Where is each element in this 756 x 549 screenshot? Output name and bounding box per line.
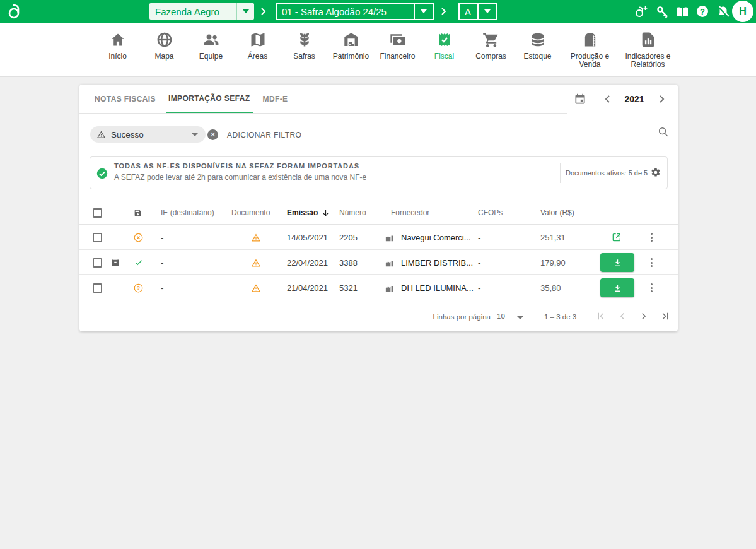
aegro-plus-icon[interactable] [634, 5, 649, 19]
sefaz-import-card: NOTAS FISCAIS IMPORTAÇÃO SEFAZ MDF-E 202… [79, 85, 678, 331]
nav-item-mapa[interactable]: Mapa [141, 31, 188, 76]
column-header-fornecedor[interactable]: Fornecedor [391, 201, 429, 225]
open-document-icon[interactable] [612, 232, 622, 242]
prev-page-icon[interactable] [617, 310, 628, 322]
pagination: Linhas por página 10 1 – 3 de 3 [79, 300, 678, 331]
gear-icon[interactable] [651, 167, 661, 177]
farm-selector[interactable]: Fazenda Aegro [149, 3, 254, 20]
row-menu-button[interactable] [651, 225, 653, 250]
season-selector[interactable]: 01 - Safra Algodão 24/25 [276, 3, 434, 20]
topbar: Fazenda Aegro 01 - Safra Algodão 24/25 A… [0, 0, 756, 23]
nav-item-areas[interactable]: Áreas [235, 31, 281, 76]
nav-item-equipe[interactable]: Equipe [188, 31, 235, 76]
success-check-icon [96, 168, 108, 179]
row-menu-button[interactable] [651, 275, 653, 300]
chevron-down-icon[interactable] [421, 9, 427, 13]
tab-importacao-sefaz[interactable]: IMPORTAÇÃO SEFAZ [166, 85, 253, 113]
cell-valor: 35,80 [540, 275, 561, 300]
nav-item-producao-venda[interactable]: Produção e Venda [561, 31, 619, 76]
year-prev-icon[interactable] [604, 95, 612, 103]
column-header-ie[interactable]: IE (destinatário) [161, 201, 214, 225]
nav-item-financeiro[interactable]: Financeiro [375, 31, 421, 76]
last-page-icon[interactable] [660, 310, 671, 322]
next-page-icon[interactable] [638, 310, 649, 322]
nav-label: Áreas [248, 52, 267, 61]
aegro-logo-icon[interactable] [6, 3, 24, 20]
cell-fornecedor: Navegui Comerci... [401, 225, 471, 250]
breadcrumb-separator-icon [259, 7, 267, 16]
book-icon[interactable] [675, 5, 690, 19]
document-warning-icon [251, 233, 261, 242]
pending-status-icon: ? [134, 283, 143, 293]
building-icon [385, 233, 394, 242]
column-header-documento[interactable]: Documento [231, 201, 270, 225]
cell-ie: - [161, 225, 163, 250]
row-checkbox[interactable] [93, 225, 102, 250]
row-checkbox[interactable] [93, 250, 102, 275]
save-icon [134, 209, 142, 217]
nav-item-fiscal[interactable]: Fiscal [421, 31, 468, 76]
row-checkbox[interactable] [93, 275, 102, 300]
avatar[interactable]: H [732, 1, 753, 22]
help-icon[interactable]: ? [696, 5, 709, 18]
nav-item-compras[interactable]: Compras [468, 31, 515, 76]
nav-label: Equipe [199, 52, 223, 61]
filter-chip-label: Sucesso [111, 130, 192, 139]
notifications-off-icon[interactable] [716, 5, 730, 19]
tabs: NOTAS FISCAIS IMPORTAÇÃO SEFAZ MDF-E [79, 85, 567, 114]
year-next-icon[interactable] [658, 95, 665, 103]
filter-clear-button[interactable]: ✕ [207, 129, 218, 140]
table-row[interactable]: ? - 21/04/2021 5321 DH LED ILUMINA... - … [79, 275, 678, 300]
filter-chip-sucesso[interactable]: Sucesso [90, 126, 206, 143]
key-icon[interactable] [656, 5, 670, 19]
calendar-icon[interactable] [574, 93, 586, 105]
column-header-cfops[interactable]: CFOPs [478, 201, 503, 225]
nav-label: Compras [475, 52, 506, 61]
nav-item-patrimonio[interactable]: Patrimônio [328, 31, 375, 76]
field-selector[interactable]: A [458, 3, 497, 20]
banner-title: TODAS AS NF-ES DISPONÍVEIS NA SEFAZ FORA… [114, 162, 359, 170]
nav-item-safras[interactable]: Safras [281, 31, 328, 76]
sort-desc-icon [322, 209, 330, 217]
chevron-down-icon[interactable] [517, 316, 523, 319]
cell-cfops: - [478, 275, 480, 300]
table-row[interactable]: - 22/04/2021 3388 LIMBER DISTRIB... - 17… [79, 250, 678, 275]
add-filter-button[interactable]: ADICIONAR FILTRO [227, 131, 301, 139]
warning-icon [96, 130, 106, 139]
svg-text:?: ? [137, 285, 140, 291]
tab-notas-fiscais[interactable]: NOTAS FISCAIS [92, 85, 158, 113]
document-warning-icon [251, 283, 261, 293]
table-row[interactable]: - 14/05/2021 2205 Navegui Comerci... - 2… [79, 225, 678, 250]
nav-item-indicadores[interactable]: Indicadores e Relatórios [619, 31, 677, 76]
column-header-emissao[interactable]: Emissão [287, 201, 330, 225]
download-button[interactable] [600, 278, 634, 297]
search-icon[interactable] [658, 126, 669, 138]
nav-label: Financeiro [380, 52, 415, 61]
nav-label: Fiscal [434, 52, 454, 61]
download-button[interactable] [600, 253, 634, 272]
cell-cfops: - [478, 250, 480, 275]
chevron-down-icon[interactable] [484, 9, 491, 13]
nav-label: Safras [293, 52, 315, 61]
breadcrumb-separator-icon [439, 7, 447, 16]
rows-per-page-select[interactable]: 10 [497, 312, 505, 320]
year-label: 2021 [619, 94, 649, 104]
nav-item-inicio[interactable]: Início [95, 31, 141, 76]
divider [560, 163, 561, 183]
select-all-checkbox[interactable] [93, 201, 102, 225]
nav-label: Estoque [523, 52, 551, 61]
column-header-numero[interactable]: Número [339, 201, 366, 225]
documents-active-label: Documentos ativos: 5 de 5 [566, 169, 648, 177]
first-page-icon[interactable] [595, 310, 607, 322]
column-header-valor[interactable]: Valor (R$) [540, 201, 574, 225]
cell-numero: 3388 [339, 250, 358, 275]
season-selector-label: 01 - Safra Algodão 24/25 [277, 6, 414, 17]
cell-numero: 2205 [339, 225, 358, 250]
row-menu-button[interactable] [651, 250, 653, 275]
nav-item-estoque[interactable]: Estoque [515, 31, 561, 76]
chevron-down-icon[interactable] [243, 9, 249, 13]
chevron-down-icon[interactable] [192, 133, 198, 136]
tab-mdf-e[interactable]: MDF-E [260, 85, 291, 113]
cell-ie: - [161, 275, 163, 300]
main-navigation: Início Mapa Equipe Áreas Safras [0, 23, 756, 77]
